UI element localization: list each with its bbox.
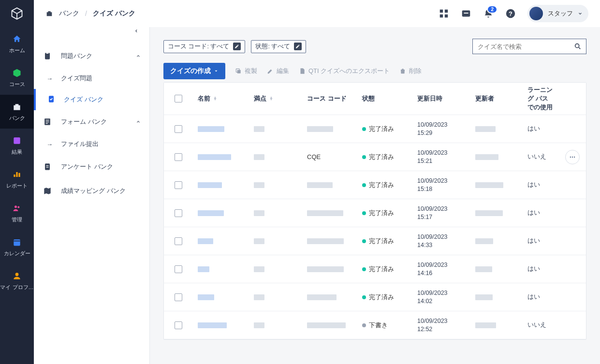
redacted-updater (475, 182, 503, 188)
redacted-updater (475, 266, 492, 272)
arrow-right-icon: → (46, 141, 53, 148)
grid-icon[interactable] (439, 8, 449, 19)
create-quiz-button[interactable]: クイズの作成 (163, 63, 225, 79)
sidebar-item-quiz-questions[interactable]: → クイズ問題 (34, 68, 149, 89)
table-row[interactable]: 下書き 10/09/202312:52 いいえ (164, 311, 586, 339)
table-row[interactable]: 完了済み 10/09/202315:29 はい (164, 115, 586, 143)
cell-state: 下書き (369, 321, 388, 330)
cell-code: CQE (307, 153, 321, 160)
file-icon (299, 68, 306, 74)
svg-point-17 (575, 44, 579, 48)
redacted-updater (475, 210, 503, 216)
table-row[interactable]: 完了済み 10/09/202315:18 はい (164, 171, 586, 199)
nav-profile[interactable]: マイ プロフ… (0, 264, 34, 298)
svg-point-21 (572, 156, 573, 157)
notification-badge: 2 (487, 5, 498, 14)
cell-state: 完了済み (369, 237, 394, 246)
svg-rect-18 (237, 70, 241, 73)
row-checkbox[interactable] (175, 265, 182, 273)
sidebar-label: クイズ問題 (61, 74, 92, 83)
sidebar-item-file-submission[interactable]: → ファイル提出 (34, 133, 149, 155)
edit-button[interactable]: 編集 (267, 67, 289, 75)
search-icon[interactable] (570, 43, 586, 50)
header-right: 2 ? スタッフ (439, 5, 588, 22)
row-actions-button[interactable] (565, 150, 580, 164)
sidebar-item-quiz-bank[interactable]: クイズ バンク (34, 89, 149, 110)
duplicate-button[interactable]: 複製 (235, 67, 257, 75)
box-icon (12, 68, 22, 78)
redacted-name (198, 154, 231, 160)
nav-course[interactable]: コース (0, 61, 34, 95)
sidebar-group-question-bank[interactable]: 問題バンク (34, 44, 149, 68)
col-label: 満点 (254, 94, 266, 103)
sidebar-item-survey-bank[interactable]: アンケート バンク (34, 155, 149, 179)
nav-admin[interactable]: 管理 (0, 196, 34, 230)
nav-calendar[interactable]: カレンダー (0, 230, 34, 264)
table-header-row: 名前▲▼ 満点▲▼ コース コード 状態 更新日時 更新者 ラーニング パスでの… (164, 83, 586, 115)
breadcrumb-root[interactable]: バンク (59, 9, 79, 18)
export-button[interactable]: QTI クイズへのエクスポート (299, 67, 390, 75)
help-icon[interactable]: ? (505, 8, 516, 19)
nav-label: ホーム (9, 47, 25, 54)
row-checkbox[interactable] (175, 321, 182, 329)
col-name[interactable]: 名前▲▼ (193, 94, 249, 103)
table-row[interactable]: 完了済み 10/09/202314:33 はい (164, 227, 586, 255)
user-menu[interactable]: スタッフ (527, 5, 588, 22)
redacted-code (307, 210, 343, 216)
svg-rect-5 (45, 53, 50, 59)
user-label: スタッフ (548, 9, 573, 18)
redacted-code (307, 238, 344, 244)
row-checkbox[interactable] (175, 237, 182, 245)
clipboard-check-icon (46, 94, 56, 105)
filter-course-code[interactable]: コース コード: すべて (163, 40, 245, 53)
row-checkbox[interactable] (175, 293, 182, 301)
row-checkbox[interactable] (175, 153, 182, 161)
table-row[interactable]: 完了済み 10/09/202315:17 はい (164, 199, 586, 227)
row-checkbox[interactable] (175, 181, 182, 189)
table-row[interactable]: 完了済み 10/09/202314:02 はい (164, 283, 586, 311)
select-all-checkbox[interactable] (175, 95, 182, 102)
status-dot-icon (362, 155, 366, 159)
users-icon (12, 204, 22, 213)
redacted-code (307, 294, 337, 300)
nav-results[interactable]: 結果 (0, 129, 34, 162)
redacted-score (254, 266, 264, 272)
sidebar-item-mapping-bank[interactable]: 成績マッピング バンク (34, 179, 149, 203)
col-label: 名前 (198, 94, 210, 103)
secondary-sidebar: 問題バンク → クイズ問題 クイズ バンク フォーム バンク → ファイル提出 … (34, 0, 150, 364)
cell-state: 完了済み (369, 209, 394, 218)
redacted-score (254, 210, 264, 216)
nav-home[interactable]: ホーム (0, 27, 34, 61)
edit-icon (294, 43, 302, 50)
row-checkbox[interactable] (175, 209, 182, 217)
table-row[interactable]: 完了済み 10/09/202314:16 はい (164, 255, 586, 283)
cell-lp: はい (527, 181, 540, 189)
chevron-left-icon (134, 29, 139, 33)
toolbox-icon (45, 10, 53, 17)
row-checkbox[interactable] (175, 125, 182, 133)
search-box[interactable] (472, 39, 586, 54)
calendar-icon (12, 237, 22, 247)
bell-icon[interactable]: 2 (483, 8, 494, 19)
col-score[interactable]: 満点▲▼ (249, 94, 302, 103)
sidebar-group-form-bank[interactable]: フォーム バンク (34, 110, 149, 133)
cell-time: 15:29 (417, 129, 432, 137)
nav-rail: ホーム コース バンク 結果 レポート 管理 カレンダー マイ プロフ… (0, 0, 34, 364)
breadcrumb-current: クイズ バンク (93, 9, 135, 18)
nav-report[interactable]: レポート (0, 162, 34, 196)
app-logo[interactable] (0, 0, 34, 27)
redacted-name (198, 294, 214, 300)
svg-text:?: ? (509, 10, 512, 17)
inbox-icon[interactable] (461, 8, 471, 19)
redacted-updater (475, 154, 498, 160)
clipboard-icon (43, 51, 52, 61)
sidebar-label: 問題バンク (61, 52, 92, 60)
col-label: コース コード (307, 94, 347, 103)
filter-state[interactable]: 状態: すべて (251, 40, 306, 53)
sidebar-label: クイズ バンク (64, 95, 103, 104)
sidebar-label: ファイル提出 (61, 140, 99, 148)
nav-bank[interactable]: バンク (0, 95, 34, 129)
search-input[interactable] (473, 43, 570, 50)
delete-button[interactable]: 削除 (399, 67, 422, 75)
table-row[interactable]: CQE 完了済み 10/09/202315:21 いいえ (164, 143, 586, 171)
